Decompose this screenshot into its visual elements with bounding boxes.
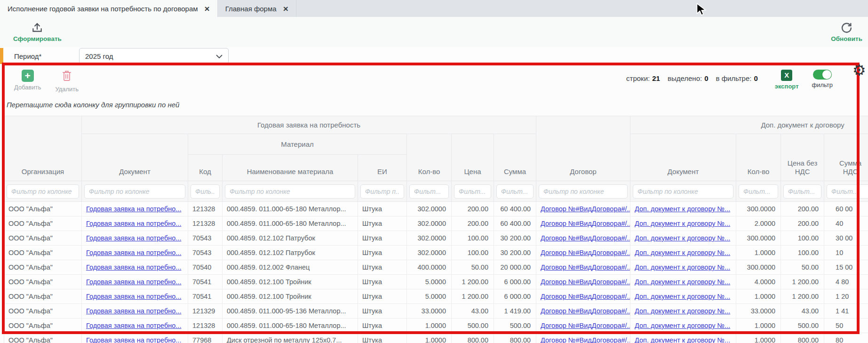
filter-input-7[interactable] (496, 184, 534, 199)
filter-input-8[interactable] (539, 184, 628, 199)
cell-link[interactable]: Договор №#ВидДоговора#/... (541, 249, 630, 256)
cell-link[interactable]: Договор №#ВидДоговора#/... (541, 293, 630, 300)
cell: 800.00 (452, 333, 494, 343)
column-header-11[interactable]: Цена без НДС (781, 134, 824, 181)
column-header-3[interactable]: Наименование материала (223, 155, 358, 181)
filter-input-9[interactable] (633, 184, 733, 199)
cell-link[interactable]: Доп. документ к договору №... (635, 205, 730, 213)
cell: 121329 (188, 304, 223, 319)
filter-cell (494, 181, 536, 202)
generate-button[interactable]: Сформировать (13, 22, 62, 42)
filter-label: фильтр (812, 81, 833, 88)
filter-cell (188, 181, 223, 202)
tab-ispolnenie-zayavki[interactable]: Исполнение годовой заявки на потребность… (0, 0, 218, 17)
cell-link[interactable]: Договор №#ВидДоговора#/... (541, 322, 630, 329)
cell: 000.4859. 011.000-65-180 Металлор... (223, 216, 358, 231)
column-header-0[interactable]: Организация (4, 116, 82, 181)
cell-link[interactable]: Договор №#ВидДоговора#/... (541, 220, 630, 227)
cell-link[interactable]: Годовая заявка на потребно... (86, 249, 181, 256)
column-header-12[interactable]: Сумма НДС (824, 134, 868, 181)
tab-close-icon[interactable]: × (205, 4, 210, 13)
cell-link[interactable]: Годовая заявка на потребно... (86, 205, 181, 213)
cell-link[interactable]: Договор №#ВидДоговора#/... (541, 205, 630, 213)
filter-toggle[interactable]: фильтр (812, 70, 833, 88)
refresh-icon (841, 22, 852, 34)
cell-link[interactable]: Годовая заявка на потребно... (86, 220, 181, 227)
cell-link[interactable]: Договор №#ВидДоговора#/... (541, 278, 630, 286)
tab-glavnaya-forma[interactable]: Главная форма × (218, 0, 296, 17)
column-header-7[interactable]: Сумма (494, 134, 536, 181)
column-header-8[interactable]: Договор (536, 116, 630, 181)
cell-link[interactable]: Годовая заявка на потребно... (86, 263, 181, 271)
cell-link[interactable]: Годовая заявка на потребно... (86, 278, 181, 286)
group-header-request: Годовая заявка на потребность (82, 116, 536, 134)
cell: 302.0000 (407, 202, 452, 216)
cell-link[interactable]: Доп. документ к договору №... (635, 322, 730, 329)
add-button[interactable]: + Добавить (14, 70, 41, 91)
filter-cell (452, 181, 494, 202)
filter-input-0[interactable] (7, 184, 79, 199)
column-header-5[interactable]: Кол-во (407, 134, 452, 181)
cell: Договор №#ВидДоговора#/... (536, 216, 630, 231)
filter-input-5[interactable] (409, 184, 449, 199)
cell: 5.0000 (407, 289, 452, 304)
cell-link[interactable]: Доп. документ к договору №... (635, 336, 730, 343)
cell-link[interactable]: Доп. документ к договору №... (635, 293, 730, 300)
filter-input-12[interactable] (827, 184, 868, 199)
cell-link[interactable]: Договор №#ВидДоговора#/... (541, 234, 630, 242)
export-button[interactable]: X экспорт (775, 70, 799, 90)
cell-link[interactable]: Договор №#ВидДоговора#/... (541, 263, 630, 271)
column-header-9[interactable]: Документ (630, 134, 736, 181)
period-label: Период* (14, 52, 79, 60)
cell-link[interactable]: Договор №#ВидДоговора#/... (541, 307, 630, 315)
tab-label: Главная форма (225, 5, 277, 13)
cell-link[interactable]: Годовая заявка на потребно... (86, 293, 181, 300)
cell-link[interactable]: Годовая заявка на потребно... (86, 336, 181, 343)
filter-cell (4, 181, 82, 202)
cell: 000.4859. 012.002 Фланец (223, 260, 358, 275)
grid-region: + Добавить Удалить строки:21 выделено:0 … (0, 65, 868, 343)
cell-link[interactable]: Годовая заявка на потребно... (86, 234, 181, 242)
cell-link[interactable]: Договор №#ВидДоговора#/... (541, 336, 630, 343)
refresh-label: Обновить (831, 35, 862, 42)
cell-link[interactable]: Годовая заявка на потребно... (86, 307, 181, 315)
filter-input-10[interactable] (739, 184, 778, 199)
settings-gear-icon[interactable]: ⚙ (852, 61, 866, 79)
period-select[interactable]: 2025 год (79, 48, 229, 64)
filter-input-3[interactable] (225, 184, 355, 199)
cell-link[interactable]: Доп. документ к договору №... (635, 307, 730, 315)
cell: 200.00 (452, 216, 494, 231)
group-dropzone[interactable]: Перетащите сюда колонку для группировки … (7, 101, 868, 112)
cell: 30 00 (824, 231, 868, 246)
delete-button[interactable]: Удалить (55, 70, 79, 93)
refresh-button[interactable]: Обновить (831, 22, 862, 42)
filter-input-4[interactable] (360, 184, 404, 199)
required-accent-bar (0, 48, 3, 64)
filtered-label: в фильтре: (716, 74, 752, 82)
filter-input-11[interactable] (783, 184, 821, 199)
column-header-6[interactable]: Цена (452, 134, 494, 181)
tab-close-icon[interactable]: × (283, 4, 288, 13)
top-toolbar: Сформировать Обновить (0, 17, 868, 47)
cell-link[interactable]: Доп. документ к договору №... (635, 234, 730, 242)
cell: 40 (824, 216, 868, 231)
cell: Доп. документ к договору №... (630, 304, 736, 319)
filter-cell (781, 181, 824, 202)
cell-link[interactable]: Доп. документ к договору №... (635, 249, 730, 256)
column-header-10[interactable]: Кол-во (736, 134, 781, 181)
column-header-4[interactable]: ЕИ (358, 155, 407, 181)
column-header-2[interactable]: Код (188, 155, 223, 181)
cell: Годовая заявка на потребно... (82, 333, 188, 343)
filter-input-1[interactable] (84, 184, 185, 199)
column-header-1[interactable]: Документ (82, 134, 188, 181)
cell-link[interactable]: Годовая заявка на потребно... (86, 322, 181, 329)
cell-link[interactable]: Доп. документ к договору №... (635, 278, 730, 286)
filter-input-6[interactable] (454, 184, 491, 199)
cell: Годовая заявка на потребно... (82, 319, 188, 333)
cell: Штука (358, 216, 407, 231)
filter-input-2[interactable] (191, 184, 220, 199)
cell: 43.00 (452, 304, 494, 319)
cell-link[interactable]: Доп. документ к договору №... (635, 263, 730, 271)
cell-link[interactable]: Доп. документ к договору №... (635, 220, 730, 227)
cell: 1 200.00 (781, 289, 824, 304)
